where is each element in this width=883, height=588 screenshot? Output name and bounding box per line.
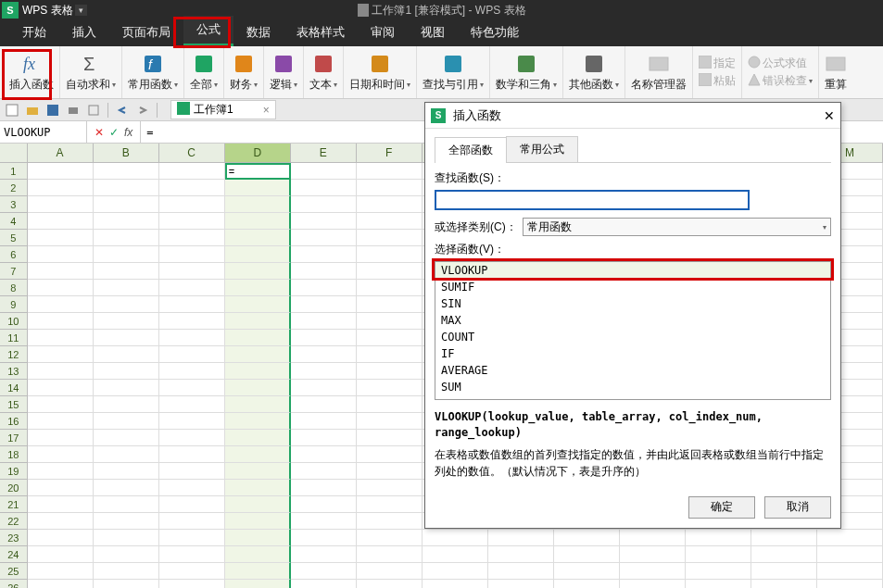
cell[interactable] [291, 230, 357, 246]
cell[interactable] [291, 296, 357, 313]
cell[interactable] [291, 513, 357, 530]
cell[interactable] [225, 463, 291, 480]
cell[interactable] [291, 246, 357, 263]
cell[interactable] [28, 480, 94, 496]
cell[interactable] [28, 163, 94, 180]
cell[interactable] [28, 580, 94, 588]
cell[interactable] [94, 330, 159, 346]
cell[interactable] [225, 496, 291, 513]
cell[interactable] [291, 563, 357, 580]
accept-formula-icon[interactable]: ✓ [109, 126, 119, 139]
cell[interactable] [817, 546, 883, 563]
cell[interactable] [94, 446, 159, 463]
cell[interactable] [225, 446, 291, 463]
datetime-functions-button[interactable]: 日期和时间▾ [349, 53, 410, 93]
save-icon[interactable] [44, 102, 61, 119]
fx-icon[interactable]: fx [124, 126, 132, 139]
cell[interactable] [817, 580, 883, 588]
cell[interactable] [225, 513, 291, 530]
cell[interactable] [751, 546, 817, 563]
cell[interactable] [620, 546, 686, 563]
cell[interactable] [159, 196, 225, 213]
cell[interactable] [28, 230, 94, 246]
row-header[interactable]: 11 [0, 330, 28, 346]
cell[interactable] [94, 180, 159, 196]
cell[interactable] [357, 363, 423, 380]
dialog-titlebar[interactable]: S 插入函数 ✕ [425, 103, 840, 129]
function-item-if[interactable]: IF [435, 345, 830, 362]
name-set-button[interactable]: 指定 [699, 56, 736, 71]
cell[interactable] [423, 546, 488, 563]
cell[interactable] [94, 280, 159, 296]
cell[interactable] [225, 196, 291, 213]
cell[interactable] [357, 580, 423, 588]
row-header[interactable]: 19 [0, 463, 28, 480]
cell[interactable] [159, 580, 225, 588]
cell[interactable] [225, 396, 291, 413]
cell[interactable] [357, 496, 423, 513]
cell[interactable] [686, 530, 751, 546]
cell[interactable] [225, 530, 291, 546]
cell[interactable] [28, 530, 94, 546]
row-header[interactable]: 10 [0, 313, 28, 330]
new-icon[interactable] [4, 102, 20, 119]
row-header[interactable]: 7 [0, 263, 28, 280]
col-header-D[interactable]: D [225, 144, 291, 162]
row-header[interactable]: 15 [0, 396, 28, 413]
cell[interactable] [620, 580, 686, 588]
cell[interactable] [488, 563, 554, 580]
cell[interactable] [751, 530, 817, 546]
cell[interactable] [291, 196, 357, 213]
cell[interactable] [94, 246, 159, 263]
cell[interactable] [28, 313, 94, 330]
cell[interactable] [28, 496, 94, 513]
formula-eval-button[interactable]: 公式求值 [748, 56, 807, 71]
dialog-tab-common-formulas[interactable]: 常用公式 [506, 136, 578, 162]
function-item-sum[interactable]: SUM [435, 379, 830, 395]
cell[interactable] [488, 580, 554, 588]
function-item-average[interactable]: AVERAGE [435, 362, 830, 379]
cell[interactable] [159, 513, 225, 530]
cell[interactable] [28, 430, 94, 446]
cell[interactable] [291, 313, 357, 330]
row-header[interactable]: 1 [0, 163, 28, 180]
cell[interactable] [159, 230, 225, 246]
function-list[interactable]: VLOOKUPSUMIFSINMAXCOUNTIFAVERAGESUM [435, 261, 831, 400]
cell[interactable] [357, 346, 423, 363]
row-header[interactable]: 24 [0, 546, 28, 563]
cell[interactable] [554, 546, 620, 563]
row-header[interactable]: 9 [0, 296, 28, 313]
cell[interactable] [291, 546, 357, 563]
select-all-corner[interactable] [0, 144, 28, 162]
cell[interactable] [159, 496, 225, 513]
cell[interactable] [225, 280, 291, 296]
cell[interactable] [28, 196, 94, 213]
cell[interactable] [94, 163, 159, 180]
cell[interactable] [357, 213, 423, 230]
cell[interactable] [159, 346, 225, 363]
cell[interactable] [159, 296, 225, 313]
cell[interactable] [357, 163, 423, 180]
cell[interactable] [225, 263, 291, 280]
tab-tablestyle[interactable]: 表格样式 [284, 19, 358, 46]
cell[interactable] [159, 463, 225, 480]
name-manager-button[interactable]: 名称管理器 [631, 53, 687, 93]
tab-view[interactable]: 视图 [408, 19, 458, 46]
cell[interactable] [159, 180, 225, 196]
cell[interactable] [28, 363, 94, 380]
cell[interactable] [225, 580, 291, 588]
cell[interactable] [291, 413, 357, 430]
row-header[interactable]: 5 [0, 230, 28, 246]
cell[interactable] [28, 280, 94, 296]
row-header[interactable]: 26 [0, 580, 28, 588]
row-header[interactable]: 18 [0, 446, 28, 463]
tab-layout[interactable]: 页面布局 [109, 19, 183, 46]
cell[interactable] [94, 530, 159, 546]
cell[interactable] [620, 530, 686, 546]
cell[interactable] [357, 546, 423, 563]
cell[interactable] [94, 463, 159, 480]
cell[interactable] [94, 563, 159, 580]
col-header-F[interactable]: F [357, 144, 423, 162]
lookup-functions-button[interactable]: 查找与引用▾ [423, 53, 484, 93]
cell[interactable] [159, 163, 225, 180]
